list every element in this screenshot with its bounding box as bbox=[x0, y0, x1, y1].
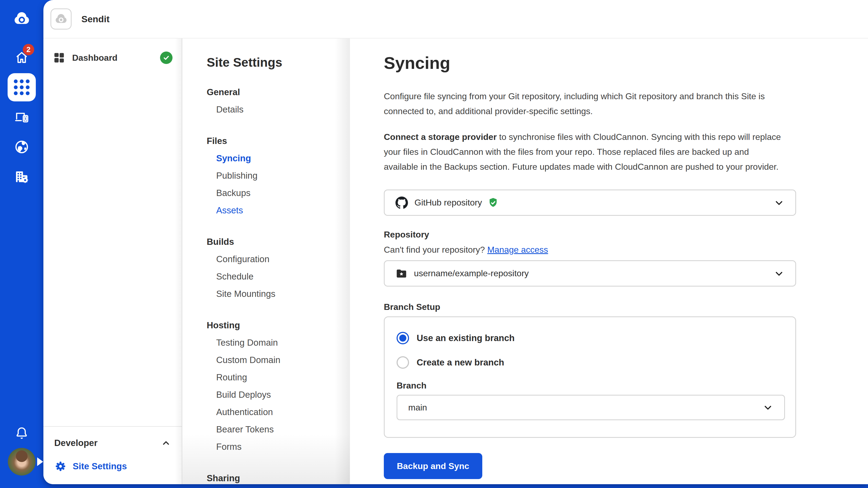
apps-button[interactable] bbox=[8, 73, 36, 101]
devices-icon bbox=[14, 109, 29, 125]
globe-icon bbox=[14, 139, 29, 155]
nav-item-configuration[interactable]: Configuration bbox=[207, 251, 350, 268]
verified-shield-icon bbox=[488, 197, 499, 208]
apps-grid-icon bbox=[14, 79, 30, 95]
radio-selected-icon bbox=[397, 332, 409, 344]
builds-button[interactable] bbox=[8, 163, 36, 191]
nav-item-testing-domain[interactable]: Testing Domain bbox=[207, 334, 350, 351]
devices-button[interactable] bbox=[8, 103, 36, 131]
branch-setup-label: Branch Setup bbox=[384, 301, 868, 313]
main-content: Syncing Configure file syncing from your… bbox=[350, 38, 868, 484]
nav-section-hosting: Hosting Testing Domain Custom Domain Rou… bbox=[207, 317, 350, 455]
intro-paragraph: Configure file syncing from your Git rep… bbox=[384, 89, 784, 119]
nav-item-bearer-tokens[interactable]: Bearer Tokens bbox=[207, 421, 350, 438]
manage-access-link[interactable]: Manage access bbox=[487, 245, 548, 255]
branch-setup-group: Use an existing branch Create a new bran… bbox=[384, 316, 796, 438]
repository-help: Can't find your repository? Manage acces… bbox=[384, 243, 868, 256]
repository-label: Repository bbox=[384, 228, 868, 241]
provider-select[interactable]: GitHub repository bbox=[384, 190, 796, 216]
sidebar-item-dashboard[interactable]: Dashboard bbox=[53, 52, 173, 64]
nav-item-authentication[interactable]: Authentication bbox=[207, 403, 350, 421]
nav-item-build-deploys[interactable]: Build Deploys bbox=[207, 386, 350, 403]
sidebar-item-site-settings[interactable]: Site Settings bbox=[55, 458, 171, 475]
github-icon bbox=[396, 197, 408, 209]
chevron-down-icon bbox=[774, 268, 784, 279]
sites-button[interactable] bbox=[8, 133, 36, 161]
branch-value: main bbox=[408, 402, 427, 413]
radio-existing-branch[interactable]: Use an existing branch bbox=[397, 331, 783, 345]
repository-value: username/example-repository bbox=[414, 268, 529, 279]
branch-label: Branch bbox=[397, 380, 783, 391]
nav-item-custom-domain[interactable]: Custom Domain bbox=[207, 351, 350, 369]
dashboard-icon bbox=[53, 52, 65, 64]
developer-section: Developer bbox=[43, 426, 182, 484]
chevron-up-icon bbox=[161, 438, 171, 448]
branch-select[interactable]: main bbox=[397, 395, 785, 420]
chevron-down-icon bbox=[774, 197, 784, 208]
workspace-panel: Dashboard Developer bbox=[43, 38, 182, 484]
provider-value: GitHub repository bbox=[414, 198, 482, 208]
site-settings-label: Site Settings bbox=[73, 461, 127, 471]
nav-item-publishing[interactable]: Publishing bbox=[207, 167, 350, 184]
repository-select[interactable]: username/example-repository bbox=[384, 260, 796, 287]
gear-icon bbox=[55, 461, 66, 472]
notification-badge: 2 bbox=[23, 44, 34, 55]
user-menu[interactable] bbox=[8, 448, 35, 476]
user-avatar bbox=[8, 448, 35, 476]
nav-item-schedule[interactable]: Schedule bbox=[207, 268, 350, 285]
provider-note: Connect a storage provider to synchronis… bbox=[384, 130, 784, 174]
nav-section-general: General Details bbox=[207, 84, 350, 118]
nav-item-site-mountings[interactable]: Site Mountings bbox=[207, 285, 350, 302]
bell-icon bbox=[14, 426, 29, 440]
nav-item-details[interactable]: Details bbox=[207, 101, 350, 118]
settings-nav: Site Settings General Details Files Sync… bbox=[182, 38, 350, 484]
repo-folder-icon bbox=[396, 268, 407, 280]
developer-toggle[interactable]: Developer bbox=[54, 434, 171, 452]
cloudcannon-logo-icon bbox=[13, 10, 31, 28]
expand-arrow-icon bbox=[37, 457, 43, 466]
nav-item-forms[interactable]: Forms bbox=[207, 438, 350, 455]
radio-new-branch[interactable]: Create a new branch bbox=[397, 356, 783, 369]
nav-item-assets[interactable]: Assets bbox=[207, 202, 350, 219]
notifications-button[interactable] bbox=[8, 419, 36, 447]
chevron-down-icon bbox=[763, 402, 773, 413]
site-name: Sendit bbox=[82, 14, 110, 24]
building-gear-icon bbox=[14, 169, 29, 184]
dashboard-label: Dashboard bbox=[72, 53, 118, 63]
nav-section-builds: Builds Configuration Schedule Site Mount… bbox=[207, 233, 350, 302]
app-sheet: Sendit Dashboard bbox=[43, 0, 868, 484]
settings-nav-title: Site Settings bbox=[207, 55, 350, 69]
nav-item-backups[interactable]: Backups bbox=[207, 184, 350, 202]
site-logo-icon bbox=[51, 8, 72, 30]
topbar: Sendit bbox=[43, 0, 868, 38]
nav-section-sharing: Sharing bbox=[207, 469, 350, 484]
home-button[interactable]: 2 bbox=[8, 43, 36, 72]
page-title: Syncing bbox=[384, 52, 868, 74]
status-check-icon bbox=[160, 52, 173, 64]
nav-section-files: Files Syncing Publishing Backups Assets bbox=[207, 132, 350, 219]
app-rail: 2 bbox=[0, 0, 43, 488]
backup-and-sync-button[interactable]: Backup and Sync bbox=[384, 453, 482, 479]
provider-note-lead: Connect a storage provider bbox=[384, 132, 497, 142]
nav-item-syncing[interactable]: Syncing bbox=[207, 150, 350, 167]
nav-item-routing[interactable]: Routing bbox=[207, 369, 350, 386]
radio-unselected-icon bbox=[397, 356, 409, 369]
developer-label: Developer bbox=[54, 438, 98, 448]
